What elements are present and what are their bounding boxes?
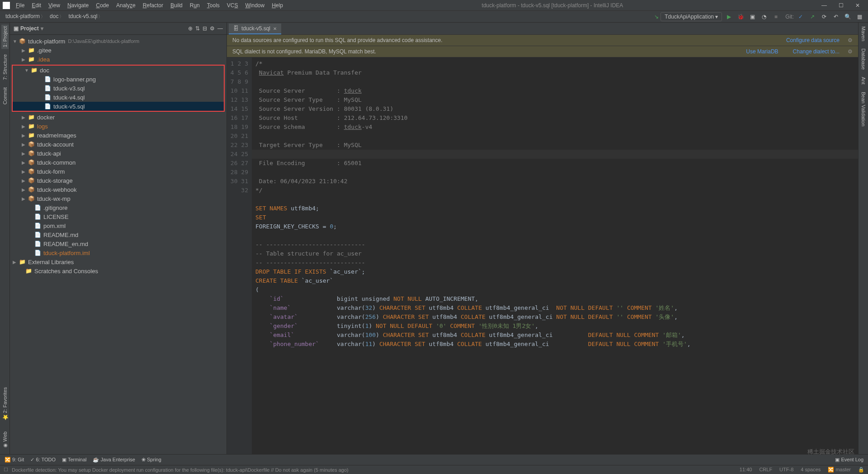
tree-form[interactable]: ▶tduck-form — [10, 167, 226, 176]
git-update-icon[interactable]: ✓ — [796, 12, 806, 22]
search-icon[interactable]: 🔍 — [843, 12, 853, 22]
sidebar-maven[interactable]: Maven — [860, 24, 867, 43]
git-push-icon[interactable]: ↗ — [807, 12, 817, 22]
tree-iml[interactable]: tduck-platform.iml — [10, 248, 226, 257]
close-tab-icon[interactable]: ✕ — [273, 26, 277, 31]
tree-storage[interactable]: ▶tduck-storage — [10, 176, 226, 185]
menu-view[interactable]: View — [45, 1, 63, 9]
indent-setting[interactable]: 4 spaces — [801, 467, 821, 473]
breadcrumb-folder[interactable]: doc — [48, 12, 66, 21]
close-button[interactable]: ✕ — [853, 1, 863, 9]
menu-run[interactable]: Run — [187, 1, 203, 9]
menu-help[interactable]: Help — [269, 1, 286, 9]
sidebar-structure[interactable]: 7: Structure — [1, 52, 9, 82]
tree-api[interactable]: ▶tduck-api — [10, 149, 226, 158]
sidebar-ant[interactable]: Ant — [860, 75, 867, 86]
tree-logs[interactable]: ▶logs — [10, 122, 226, 131]
menu-vcs[interactable]: VCS — [224, 1, 241, 9]
use-mariadb-link[interactable]: Use MariaDB — [746, 48, 778, 55]
bottom-tab-todo[interactable]: ✓ 6: TODO — [30, 457, 56, 463]
git-history-icon[interactable]: ⟳ — [819, 12, 829, 22]
tree-scratch[interactable]: Scratches and Consoles — [10, 266, 226, 275]
select-opened-icon[interactable]: ⊕ — [188, 25, 193, 32]
tree-wxmp[interactable]: ▶tduck-wx-mp — [10, 194, 226, 203]
maximize-button[interactable]: ☐ — [836, 1, 846, 9]
code-editor[interactable]: /* Navicat Premium Data Transfer Source … — [252, 57, 858, 454]
tree-idea[interactable]: ▶.idea — [10, 55, 226, 64]
tree-logo-banner[interactable]: logo-banner.png — [13, 75, 224, 84]
watermark: 稀土掘金技术社区 — [807, 448, 854, 456]
menu-code[interactable]: Code — [93, 1, 112, 9]
app-logo — [3, 2, 10, 9]
tree-v5sql[interactable]: tduck-v5.sql — [13, 102, 224, 111]
hide-icon[interactable]: — — [217, 25, 223, 32]
menu-navigate[interactable]: Navigate — [64, 1, 92, 9]
stop-icon[interactable]: ■ — [771, 12, 781, 22]
bottom-tab-terminal[interactable]: ▣ Terminal — [62, 457, 86, 463]
line-ending[interactable]: CRLF — [759, 467, 772, 473]
sql-file-icon: 🗄 — [233, 25, 239, 32]
tree-readme[interactable]: README.md — [10, 230, 226, 239]
menu-file[interactable]: File — [13, 1, 28, 9]
project-wrench-icon: ▣ — [14, 25, 19, 32]
tree-v4sql[interactable]: tduck-v4.sql — [13, 93, 224, 102]
tree-extlib[interactable]: ▶External Libraries — [10, 257, 226, 266]
banner-gear-icon[interactable]: ⚙ — [848, 37, 853, 43]
editor-tab-label: tduck-v5.sql — [241, 25, 270, 32]
collapse-all-icon[interactable]: ⊟ — [203, 25, 207, 32]
file-encoding[interactable]: UTF-8 — [779, 467, 793, 473]
tree-common[interactable]: ▶tduck-common — [10, 158, 226, 167]
debug-icon[interactable]: 🐞 — [736, 12, 745, 22]
box-icon[interactable]: ☐ — [4, 467, 8, 473]
banner-gear-icon-2[interactable]: ⚙ — [848, 48, 853, 55]
sidebar-commit[interactable]: Commit — [1, 85, 9, 106]
build-icon[interactable]: ↘ — [654, 14, 659, 20]
cursor-position[interactable]: 11:40 — [740, 467, 752, 473]
menu-build[interactable]: Build — [167, 1, 186, 9]
lock-icon[interactable]: 🔒 — [858, 467, 864, 473]
tree-root[interactable]: ▼tduck-platformD:\JavaEE\github\tduck-pl… — [10, 37, 226, 46]
tree-account[interactable]: ▶tduck-account — [10, 140, 226, 149]
gear-icon[interactable]: ⚙ — [210, 25, 215, 32]
menu-refactor[interactable]: Refactor — [140, 1, 166, 9]
tree-webhook[interactable]: ▶tduck-webhook — [10, 185, 226, 194]
tree-readmeimages[interactable]: ▶readmeImages — [10, 131, 226, 140]
event-log-icon[interactable]: ▣ Event Log — [835, 457, 863, 463]
minimize-button[interactable]: — — [819, 1, 830, 9]
line-gutter[interactable]: 1 2 3 4 5 6 7 8 9 10 11 12 13 14 15 16 1… — [227, 57, 252, 454]
tree-doc[interactable]: ▼doc — [13, 66, 224, 75]
coverage-icon[interactable]: ▣ — [747, 12, 757, 22]
git-revert-icon[interactable]: ↶ — [831, 12, 841, 22]
profile-icon[interactable]: ◔ — [759, 12, 769, 22]
menu-edit[interactable]: Edit — [28, 1, 44, 9]
bottom-tab-javaee[interactable]: ☕ Java Enterprise — [93, 457, 135, 463]
tree-pom[interactable]: pom.xml — [10, 221, 226, 230]
git-branch[interactable]: 🔀 master — [828, 467, 851, 473]
sidebar-web[interactable]: ◉ Web — [1, 430, 9, 450]
tree-license[interactable]: LICENSE — [10, 212, 226, 221]
bottom-tab-spring[interactable]: ❀ Spring — [142, 457, 161, 463]
tree-readme-en[interactable]: README_en.md — [10, 239, 226, 248]
menu-window[interactable]: Window — [242, 1, 268, 9]
tree-gitignore[interactable]: .gitignore — [10, 203, 226, 212]
project-title: Project — [20, 25, 39, 32]
breadcrumb-root[interactable]: tduck-platform — [4, 12, 48, 21]
configure-datasource-link[interactable]: Configure data source — [786, 37, 840, 43]
sidebar-database[interactable]: Database — [860, 47, 867, 71]
ide-settings-icon[interactable]: ▦ — [854, 12, 864, 22]
sidebar-project[interactable]: 1: Project — [1, 24, 9, 49]
breadcrumb-file[interactable]: tduck-v5.sql — [66, 12, 105, 21]
editor-tab[interactable]: 🗄 tduck-v5.sql ✕ — [229, 24, 281, 34]
tree-v3sql[interactable]: tduck-v3.sql — [13, 84, 224, 93]
menu-tools[interactable]: Tools — [204, 1, 223, 9]
expand-all-icon[interactable]: ⇅ — [195, 25, 200, 32]
menu-analyze[interactable]: Analyze — [113, 1, 139, 9]
run-config-select[interactable]: TduckApiApplication ▾ — [660, 12, 722, 21]
bottom-tab-git[interactable]: 🔀 9: Git — [5, 457, 24, 463]
tree-docker[interactable]: ▶docker — [10, 113, 226, 122]
sidebar-bean[interactable]: Bean Validation — [860, 90, 867, 128]
change-dialect-link[interactable]: Change dialect to... — [793, 48, 840, 55]
run-icon[interactable]: ▶ — [724, 12, 734, 22]
sidebar-favorites[interactable]: ⭐ 2: Favorites — [1, 385, 9, 422]
tree-gitee[interactable]: ▶.gitee — [10, 46, 226, 55]
